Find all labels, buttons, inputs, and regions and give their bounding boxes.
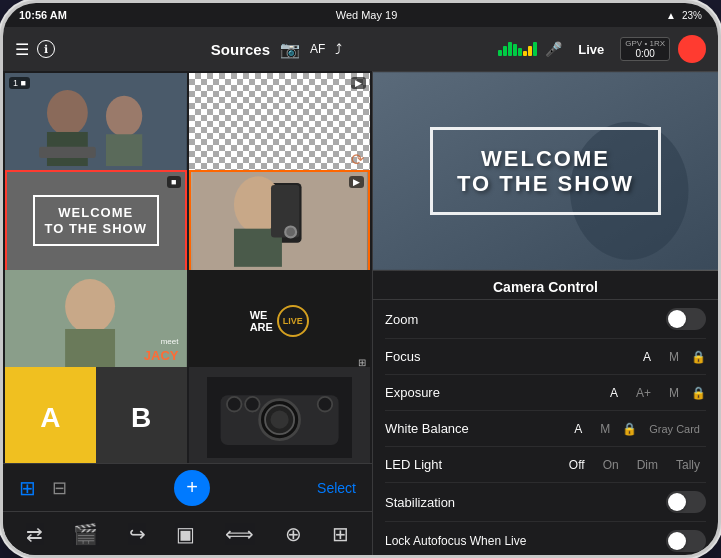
source-item-ab[interactable]: A B [5, 367, 187, 464]
status-time: 10:56 AM [19, 9, 67, 21]
controls-area: Zoom Focus A M 🔒 Exposure [373, 300, 718, 555]
exposure-lock-icon: 🔒 [691, 386, 706, 400]
bottom-toolbar: ⇄ 🎬 ↪ ▣ ⟺ ⊕ ⊞ [3, 511, 372, 555]
focus-label: Focus [385, 349, 475, 364]
exposure-options: A A+ M 🔒 [604, 384, 706, 402]
time-badge: GPV • 1RX 0:00 [620, 37, 670, 61]
record-button[interactable] [678, 35, 706, 63]
svg-point-12 [286, 227, 295, 236]
af-label[interactable]: AF [310, 42, 325, 56]
camera-tool[interactable]: 🎬 [73, 522, 98, 546]
top-toolbar: ☰ ℹ Sources 📷 AF ⤴ 🎤 Live GPV • 1RX [3, 27, 718, 71]
share-icon[interactable]: ⤴ [335, 41, 342, 57]
led-light-control-row: LED Light Off On Dim Tally [385, 447, 706, 483]
focus-auto-btn[interactable]: A [637, 348, 657, 366]
white-balance-label: White Balance [385, 421, 475, 436]
stabilization-label: Stabilization [385, 495, 475, 510]
layout-tool[interactable]: ▣ [176, 522, 195, 546]
output-tool[interactable]: ↪ [129, 522, 146, 546]
wb-manual-btn[interactable]: M [594, 420, 616, 438]
wb-gray-card-btn[interactable]: Gray Card [643, 421, 706, 437]
led-off-btn[interactable]: Off [563, 456, 591, 474]
svg-point-20 [270, 410, 288, 428]
wb-auto-btn[interactable]: A [568, 420, 588, 438]
source-badge: ▶ [351, 77, 366, 89]
source-item-we-are-live[interactable]: WEARE LIVE ⊞ [189, 270, 371, 372]
source-item[interactable]: ▶ ⟳ [189, 73, 371, 175]
status-bar: 10:56 AM Wed May 19 ▲ 23% [3, 3, 718, 27]
zoom-control-row: Zoom [385, 300, 706, 339]
camera-control-header: Camera Control [373, 271, 718, 300]
preview-welcome-text: WELCOME TO THE SHOW [457, 146, 634, 197]
source-item[interactable]: 1 ■ [5, 73, 187, 175]
white-balance-control-row: White Balance A M 🔒 Gray Card [385, 411, 706, 447]
focus-options: A M 🔒 [637, 348, 706, 366]
svg-rect-0 [5, 73, 187, 175]
stabilization-toggle[interactable] [666, 491, 706, 513]
exposure-auto-plus-btn[interactable]: A+ [630, 384, 657, 402]
select-button[interactable]: Select [317, 480, 356, 496]
live-circle: LIVE [277, 305, 309, 337]
transition-tool[interactable]: ⟺ [225, 522, 254, 546]
meet-label: meet [144, 337, 179, 346]
device-frame: 10:56 AM Wed May 19 ▲ 23% ☰ ℹ Sources 📷 … [0, 0, 721, 558]
timer-display: 0:00 [625, 48, 665, 59]
source-badge: ▶ [349, 176, 364, 188]
led-dim-btn[interactable]: Dim [631, 456, 664, 474]
live-label: Live [570, 40, 612, 59]
lock-autofocus-label: Lock Autofocus When Live [385, 534, 526, 548]
scene-tool[interactable]: ⇄ [26, 522, 43, 546]
view-toggle-icons: ⊞ ⊟ [19, 476, 67, 500]
svg-point-14 [65, 279, 115, 333]
svg-point-22 [245, 397, 260, 412]
toolbar-left: ☰ ℹ [15, 40, 55, 59]
plus-icon: + [186, 476, 198, 499]
source-badge: ■ [167, 176, 180, 188]
list-view-icon[interactable]: ⊟ [52, 477, 67, 499]
source-item-camera[interactable] [189, 367, 371, 464]
toolbar-right: 🎤 Live GPV • 1RX 0:00 [498, 35, 706, 63]
status-indicators: ▲ 23% [666, 10, 702, 21]
grid-view-icon[interactable]: ⊞ [19, 476, 36, 500]
exposure-manual-btn[interactable]: M [663, 384, 685, 402]
led-light-label: LED Light [385, 457, 475, 472]
zoom-toggle[interactable] [666, 308, 706, 330]
white-balance-options: A M 🔒 Gray Card [568, 420, 706, 438]
welcome-source-text: WELCOMETO THE SHOW [33, 195, 159, 246]
focus-manual-btn[interactable]: M [663, 348, 685, 366]
source-badge: 1 ■ [9, 77, 30, 89]
jacy-label: JACY [144, 348, 179, 363]
rotate-icon: ⟳ [351, 150, 364, 169]
source-item-welcome[interactable]: WELCOMETO THE SHOW ■ [5, 170, 187, 272]
add-tool[interactable]: ⊕ [285, 522, 302, 546]
wifi-icon: ▲ [666, 10, 676, 21]
left-panel: 1 ■ ▶ ⟳ WELCOMETO THE SHOW ■ [3, 71, 373, 555]
audio-levels [498, 42, 537, 56]
settings-tool[interactable]: ⊞ [332, 522, 349, 546]
lock-autofocus-toggle[interactable] [666, 530, 706, 552]
exposure-control-row: Exposure A A+ M 🔒 [385, 375, 706, 411]
right-panel: WELCOME TO THE SHOW Camera Control Zoom [373, 71, 718, 555]
add-source-button[interactable]: + [174, 470, 210, 506]
preview-overlay: WELCOME TO THE SHOW [373, 71, 718, 271]
menu-icon[interactable]: ☰ [15, 40, 29, 59]
source-item-jacy[interactable]: meet JACY [5, 270, 187, 372]
sources-grid: 1 ■ ▶ ⟳ WELCOMETO THE SHOW ■ [3, 71, 372, 463]
stabilization-control-row: Stabilization [385, 483, 706, 522]
led-on-btn[interactable]: On [597, 456, 625, 474]
we-are-live-text: WEARE LIVE [250, 305, 309, 337]
info-icon[interactable]: ℹ [37, 40, 55, 58]
camera-switch-icon[interactable]: 📷 [280, 40, 300, 59]
zoom-label: Zoom [385, 312, 475, 327]
source-item[interactable]: ▶ [189, 170, 371, 272]
preview-welcome-box: WELCOME TO THE SHOW [430, 127, 661, 216]
toolbar-center: Sources 📷 AF ⤴ [63, 40, 490, 59]
status-date: Wed May 19 [336, 9, 398, 21]
exposure-auto-btn[interactable]: A [604, 384, 624, 402]
svg-point-1 [47, 90, 88, 135]
svg-rect-4 [106, 134, 142, 166]
led-tally-btn[interactable]: Tally [670, 456, 706, 474]
focus-lock-icon: 🔒 [691, 350, 706, 364]
mic-icon[interactable]: 🎤 [545, 41, 562, 57]
focus-control-row: Focus A M 🔒 [385, 339, 706, 375]
